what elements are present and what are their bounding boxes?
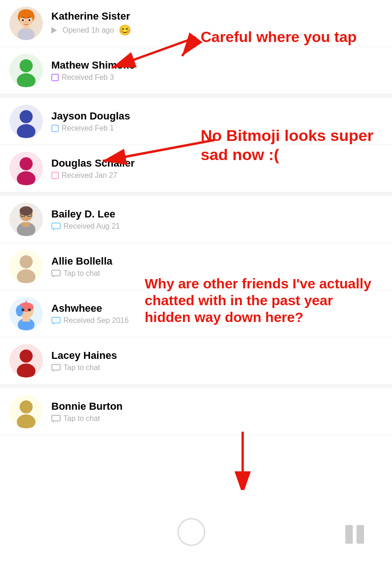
avatar (9, 395, 43, 428)
received-snap-icon (51, 74, 59, 81)
contact-status: Tap to chat (51, 364, 383, 372)
status-text: Opened 1h ago (63, 26, 114, 35)
contact-name: Katherine Sister (51, 10, 383, 22)
contact-status: Received Jan 27 (51, 171, 383, 180)
contact-status: Received Feb 1 (51, 124, 383, 133)
contact-status: Tap to chat (51, 269, 383, 278)
svg-rect-5 (23, 25, 29, 29)
contact-name: Bonnie Burton (51, 400, 383, 413)
contact-name: Allie Bollella (51, 255, 383, 267)
avatar (9, 250, 43, 283)
avatar (9, 54, 43, 87)
contact-info: Ashwheee Received Sep 2016 (51, 302, 383, 325)
list-item[interactable]: Lacey Haines Tap to chat (0, 337, 392, 385)
svg-marker-51 (53, 323, 55, 325)
svg-point-36 (20, 255, 33, 268)
received-snap-icon (51, 172, 59, 179)
contact-info: Bailey D. Lee Received Aug 21 (51, 208, 383, 231)
svg-rect-48 (22, 317, 30, 322)
list-item[interactable]: Allie Bollella Tap to chat (0, 243, 392, 290)
loading-circle (177, 518, 205, 546)
status-text: Received Sep 2016 (63, 316, 129, 325)
contact-info: Bonnie Burton Tap to chat (51, 400, 383, 423)
chat-icon (51, 223, 61, 231)
chat-icon (51, 317, 61, 325)
pause-bar-right (357, 525, 364, 544)
opened-arrow-icon (51, 27, 60, 34)
status-text: Received Feb 3 (62, 73, 114, 82)
svg-point-10 (25, 21, 27, 23)
chat-icon (51, 270, 61, 278)
svg-point-8 (22, 19, 24, 21)
contact-status: Tap to chat (51, 414, 383, 423)
list-item[interactable]: Bonnie Burton Tap to chat (0, 388, 392, 435)
list-item[interactable]: Bailey D. Lee Received Aug 21 (0, 196, 392, 243)
svg-marker-56 (53, 370, 55, 372)
list-item[interactable]: Jayson Douglas Received Feb 1 (0, 98, 392, 145)
contact-name: Lacey Haines (51, 350, 383, 362)
avatar (9, 203, 43, 236)
list-item[interactable]: Mathew Shimoko Received Feb 3 (0, 47, 392, 94)
svg-marker-39 (53, 276, 55, 278)
contact-info: Katherine Sister Opened 1h ago 😊 (51, 10, 383, 36)
status-text: Tap to chat (63, 364, 100, 372)
contact-name: Ashwheee (51, 302, 383, 315)
list-item[interactable]: Douglas Schaller Received Jan 27 (0, 145, 392, 192)
emoji-badge: 😊 (119, 24, 131, 36)
pause-bar-left (345, 525, 353, 544)
svg-rect-19 (52, 125, 58, 132)
svg-rect-23 (52, 172, 58, 179)
svg-point-46 (28, 308, 31, 311)
contact-status: Received Feb 3 (51, 73, 383, 82)
avatar (9, 105, 43, 138)
avatar (9, 152, 43, 185)
contact-info: Allie Bollella Tap to chat (51, 255, 383, 278)
svg-rect-15 (52, 74, 58, 81)
chat-icon (51, 415, 61, 423)
contact-name: Jayson Douglas (51, 110, 383, 122)
contact-status: Opened 1h ago 😊 (51, 24, 383, 36)
list-item[interactable]: Katherine Sister Opened 1h ago 😊 (0, 0, 392, 47)
list-item[interactable]: Ashwheee Received Sep 2016 (0, 290, 392, 337)
svg-point-9 (28, 19, 30, 21)
section-divider (0, 192, 392, 196)
svg-point-13 (20, 59, 33, 72)
contact-info: Douglas Schaller Received Jan 27 (51, 157, 383, 180)
section-divider (0, 94, 392, 98)
contact-name: Douglas Schaller (51, 157, 383, 169)
status-text: Tap to chat (63, 269, 100, 278)
pause-icon (345, 525, 364, 544)
status-text: Received Jan 27 (62, 171, 117, 180)
down-arrow-annotation (224, 429, 261, 490)
svg-point-45 (21, 308, 24, 311)
chat-icon (51, 364, 61, 372)
svg-rect-60 (52, 415, 60, 421)
contact-info: Lacey Haines Tap to chat (51, 350, 383, 372)
contact-list: Katherine Sister Opened 1h ago 😊 Mathew … (0, 0, 392, 435)
svg-rect-50 (52, 317, 60, 323)
svg-point-26 (20, 206, 33, 216)
svg-marker-61 (53, 421, 55, 423)
contact-info: Mathew Shimoko Received Feb 3 (51, 59, 383, 82)
svg-point-58 (20, 400, 33, 413)
contact-name: Bailey D. Lee (51, 208, 383, 220)
svg-point-53 (20, 350, 33, 363)
svg-rect-38 (52, 270, 60, 276)
status-text: Tap to chat (63, 414, 100, 423)
avatar (9, 344, 43, 378)
svg-rect-55 (52, 364, 60, 370)
avatar (9, 297, 43, 330)
received-snap-icon (51, 125, 59, 132)
svg-point-32 (21, 222, 26, 226)
svg-point-17 (20, 110, 33, 123)
contact-info: Jayson Douglas Received Feb 1 (51, 110, 383, 133)
svg-point-3 (19, 9, 34, 19)
section-divider (0, 385, 392, 388)
status-text: Received Aug 21 (63, 222, 120, 231)
avatar (9, 7, 43, 40)
status-text: Received Feb 1 (62, 124, 114, 133)
svg-rect-33 (52, 223, 60, 229)
svg-point-21 (20, 157, 33, 170)
contact-name: Mathew Shimoko (51, 59, 383, 71)
svg-marker-11 (51, 27, 57, 34)
